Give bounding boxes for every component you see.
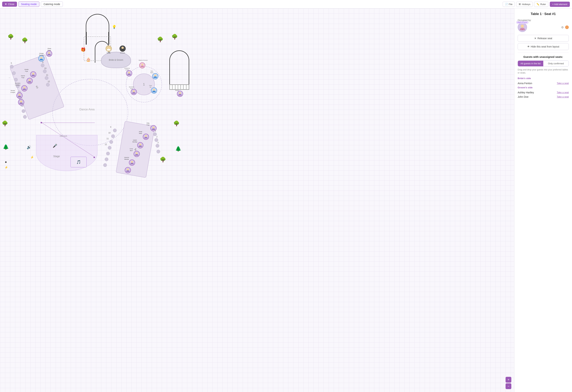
nan-avatar[interactable] — [152, 73, 158, 79]
seat-label-adj: ... — [9, 76, 10, 78]
gear-button[interactable]: ⚙ — [561, 26, 564, 29]
seat-5-9[interactable] — [16, 84, 19, 88]
t4-label-3: 3 — [158, 141, 159, 144]
ruler-button[interactable]: 📏 Ruler — [534, 2, 548, 7]
close-button[interactable]: ✕ Close — [2, 2, 17, 7]
only-confirmed-tab[interactable]: Only confirmed — [543, 61, 569, 66]
ashley-name: Ashley Hartley — [518, 91, 534, 94]
seat-5-13[interactable] — [22, 109, 25, 113]
seat-4-l4[interactable] — [108, 146, 111, 149]
anon-avatar-1[interactable] — [18, 99, 24, 105]
svg-point-16 — [145, 135, 147, 137]
hide-seat-label: Hide this seat from layout — [531, 45, 559, 48]
guest-row-anna: Anna Fenton Take a seat — [518, 81, 569, 85]
seat-4-l7[interactable] — [103, 163, 107, 167]
seat-5-5[interactable] — [46, 83, 50, 86]
gregor-avatar[interactable] — [38, 55, 44, 62]
ronan-label: RonanCooper — [7, 90, 18, 93]
seat-5-7[interactable] — [12, 71, 16, 75]
michelle-avatar[interactable] — [131, 89, 137, 95]
seat-5-8[interactable] — [14, 78, 18, 82]
seat-4-l1[interactable] — [113, 129, 117, 132]
anna-take-seat-button[interactable]: Take a seat — [557, 82, 569, 84]
svg-point-18 — [136, 152, 138, 154]
zoom-in-button[interactable]: + — [506, 377, 511, 383]
tree-icon-6: 🌲 — [175, 146, 181, 152]
drag-hint: Drag and drop your guests into your pref… — [518, 68, 569, 74]
hotkeys-button[interactable]: ⌘ Hotkeys — [516, 2, 533, 7]
zoom-out-button[interactable]: − — [506, 383, 511, 389]
tree-icon-5: 🌳 — [173, 120, 180, 127]
guests-header: Guests with unassigned seats: — [518, 55, 569, 58]
maid-label: Maid-of-honor — [139, 59, 148, 61]
seat-4-l5[interactable] — [106, 152, 110, 155]
zoom-controls: + − — [506, 377, 511, 389]
hide-seat-button[interactable]: 👁 Hide this seat from layout — [518, 43, 569, 50]
izabel-avatar[interactable] — [137, 142, 143, 148]
guest-row-ashley: Ashley Hartley Take a seat — [518, 90, 569, 95]
seat-5-3[interactable] — [43, 69, 47, 73]
ruler-label: Ruler — [540, 3, 546, 6]
catering-mode-label: Catering mode — [44, 3, 60, 6]
tree-icon-4: 🌳 — [172, 34, 178, 40]
brenden-avatar[interactable] — [21, 85, 28, 91]
jonty-avatar[interactable] — [143, 134, 149, 140]
file-button[interactable]: 📄 File — [503, 2, 515, 7]
kirstin-avatar[interactable] — [30, 71, 36, 78]
zigzag-icon: ⚡ — [4, 166, 8, 169]
seat-4-r2[interactable] — [155, 138, 158, 142]
catering-mode-button[interactable]: Catering mode — [41, 1, 63, 7]
svg-point-12 — [23, 86, 25, 88]
anon-avatar-2[interactable] — [125, 167, 131, 173]
brides-side-label: Bride's side — [518, 77, 569, 80]
release-seat-button[interactable]: ✕ Release seat — [518, 35, 569, 42]
john-name: John Doe — [518, 95, 528, 98]
bride-groom-table[interactable]: Bride & Groom — [101, 52, 131, 68]
seat-5-4[interactable] — [45, 76, 48, 80]
tree-icon-7: 🌳 — [160, 157, 166, 163]
seat-4-r1[interactable] — [153, 132, 157, 136]
t4-label-2: 2 — [156, 136, 158, 138]
seat-5-14[interactable] — [23, 115, 27, 119]
seat-4-l3[interactable] — [110, 140, 113, 144]
ronan-avatar[interactable] — [16, 93, 23, 99]
color-dot — [565, 25, 569, 29]
seat-4-l2[interactable] — [111, 134, 115, 138]
svg-point-2 — [141, 64, 143, 65]
svg-point-22 — [521, 25, 524, 28]
cora-avatar[interactable] — [134, 151, 140, 157]
occupied-section: Occupied by: Maid-of-honor — [518, 19, 569, 32]
seating-canvas[interactable]: 🌳 🌳 🌳 🌳 🌳 🌲 🌳 🌳 🌲 🎁 💡 🎂 Bride & Groom — [0, 8, 514, 392]
tree-icon-2: 🌳 — [22, 37, 28, 43]
maid-of-honor-avatar[interactable] — [139, 62, 145, 68]
alice-avatar[interactable] — [177, 91, 183, 97]
add-element-button[interactable]: + Add element — [550, 2, 570, 7]
main-area: 🌳 🌳 🌳 🌳 🌳 🌲 🌳 🌳 🌲 🎁 💡 🎂 Bride & Groom — [0, 8, 572, 392]
ashley-take-seat-button[interactable]: Take a seat — [557, 91, 569, 94]
seating-mode-button[interactable]: Seating mode — [18, 1, 39, 7]
olivia-avatar[interactable] — [46, 50, 52, 57]
filter-tabs: All guests in the list Only confirmed — [518, 61, 569, 66]
seat-4-r4[interactable] — [157, 150, 160, 153]
groom-label: Groom — [120, 52, 126, 54]
kitty-avatar[interactable] — [150, 125, 157, 131]
guest-row-john: John Doe Take a seat — [518, 95, 569, 99]
carr-avatar[interactable] — [151, 87, 157, 94]
seat-5-2[interactable] — [41, 64, 44, 67]
arch-top — [86, 14, 109, 34]
seat-4-r3[interactable] — [156, 144, 159, 147]
jessica-avatar[interactable] — [129, 160, 135, 166]
tree-icon-8: 🌳 — [2, 120, 8, 127]
tree-icon-3: 🌳 — [157, 36, 163, 42]
ruler-label: 190 inch — [60, 135, 67, 137]
svg-point-20 — [127, 168, 129, 170]
bride-area: Bride — [106, 46, 112, 54]
john-take-seat-button[interactable]: Take a seat — [557, 95, 569, 98]
all-guests-tab[interactable]: All guests in the list — [518, 61, 543, 66]
seat-4-l6[interactable] — [105, 158, 108, 161]
t4-label-l12: 12 — [105, 143, 107, 146]
seat-5-6[interactable] — [10, 65, 14, 68]
johanna-avatar[interactable] — [126, 70, 132, 76]
darrel-avatar[interactable] — [27, 78, 33, 84]
sidebar-title: Table 1 · Seat #1 — [518, 12, 569, 16]
